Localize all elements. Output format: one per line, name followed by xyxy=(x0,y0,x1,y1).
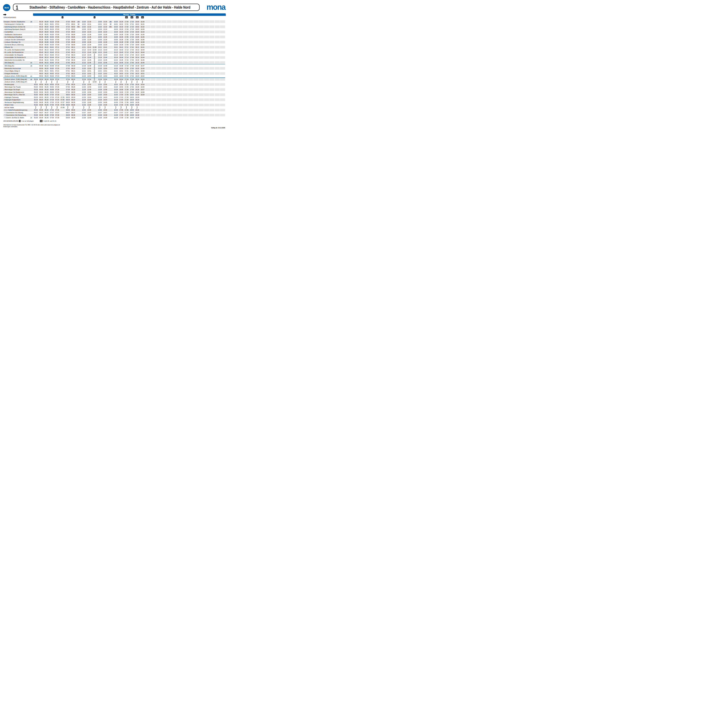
time-cell: 17.02 xyxy=(124,26,129,28)
time-cell xyxy=(210,81,214,83)
time-cell: 18.30 xyxy=(140,20,145,23)
time-cell xyxy=(204,111,209,114)
time-cell xyxy=(177,67,182,70)
time-cell xyxy=(55,106,60,109)
time-cell: 07.15 xyxy=(55,59,60,61)
time-cell: 13.30 xyxy=(98,93,102,96)
time-cell: 17.04 xyxy=(119,98,124,101)
time-cell: 16.29 xyxy=(113,91,118,93)
skip-squiggle-icon xyxy=(83,106,85,109)
time-cell: 14.09 xyxy=(102,116,108,119)
time-cell xyxy=(145,81,150,83)
time-cell: 07.18 xyxy=(55,64,60,67)
time-cell: 07.39 xyxy=(55,116,60,119)
table-row: - Zentrum (ehem. ZUM) (Steig A6)ab05.240… xyxy=(3,78,225,81)
time-cell xyxy=(108,33,113,36)
skip-squiggle-icon xyxy=(51,81,53,83)
time-cell: 05.30 xyxy=(39,20,44,23)
time-cell xyxy=(151,23,156,26)
time-cell xyxy=(188,86,193,89)
time-cell xyxy=(60,86,65,89)
time-cell: 16.44 xyxy=(119,56,124,59)
time-cell: 18.36 xyxy=(135,104,140,106)
time-cell: 17.34 xyxy=(124,98,129,101)
time-cell: 16.38 xyxy=(113,114,118,116)
time-cell: 12.33 xyxy=(81,96,86,99)
time-cell xyxy=(210,111,214,114)
time-cell xyxy=(204,51,209,54)
time-cell: 06.53 xyxy=(49,75,54,77)
time-cell xyxy=(167,116,172,119)
time-cell xyxy=(215,70,220,72)
time-cell xyxy=(151,116,156,119)
time-cell: 12.06 xyxy=(81,38,86,41)
time-cell: 18.26 xyxy=(135,86,140,89)
time-cell: 08.00 xyxy=(65,93,70,96)
time-cell xyxy=(193,116,198,119)
table-row: - Hbf (Steig A1)an05.4606.1606.4607.1607… xyxy=(3,61,225,64)
time-cell: 07.05 xyxy=(55,36,60,38)
time-cell xyxy=(156,26,161,28)
time-cell: 07.23 xyxy=(55,75,60,77)
time-cell xyxy=(210,49,214,51)
time-cell xyxy=(183,28,188,31)
time-cell xyxy=(215,20,220,23)
time-cell xyxy=(215,43,220,46)
time-cell: 08.08 xyxy=(70,41,76,43)
stop-name: - M.-Lochb.-Str./Klosterkirche xyxy=(3,51,33,54)
time-cell xyxy=(210,54,214,56)
time-cell xyxy=(183,96,188,99)
stop-name: - Kolpingstr./Taxisweg xyxy=(3,96,33,99)
time-cell xyxy=(183,43,188,46)
time-cell xyxy=(108,109,113,112)
time-cell xyxy=(193,26,198,28)
time-cell xyxy=(172,104,177,106)
time-cell: 16.35 xyxy=(119,33,124,36)
time-cell xyxy=(193,41,198,43)
time-cell: 18.38 xyxy=(140,41,145,43)
time-cell: 05.32 xyxy=(39,26,44,28)
time-cell: 08.24 xyxy=(70,78,76,81)
time-cell xyxy=(204,43,209,46)
time-cell xyxy=(167,83,172,86)
time-cell xyxy=(188,81,193,83)
time-cell: 16.56 xyxy=(119,86,124,89)
time-cell xyxy=(210,86,214,89)
time-cell: 17.06 xyxy=(119,104,124,106)
time-cell: 17.22 xyxy=(124,72,129,75)
time-cell xyxy=(98,106,102,109)
time-cell: 17.58 xyxy=(130,88,135,91)
time-cell xyxy=(215,54,220,56)
time-cell: 13.16 xyxy=(98,61,102,64)
time-cell xyxy=(215,67,220,70)
time-cell: 07.08 xyxy=(49,114,54,116)
time-cell xyxy=(193,98,198,101)
time-cell xyxy=(183,61,188,64)
time-cell: 13.39 xyxy=(102,43,108,46)
skip-squiggle-icon xyxy=(93,72,95,75)
time-cell: 13.50 xyxy=(102,67,108,70)
time-cell: 17.45 xyxy=(130,59,135,61)
time-cell xyxy=(220,20,225,23)
time-cell xyxy=(199,72,204,75)
time-cell xyxy=(167,43,172,46)
time-cell xyxy=(161,61,166,64)
time-cell: 12.03 xyxy=(81,28,86,31)
time-cell: 06.08 xyxy=(44,41,49,43)
time-cell xyxy=(156,88,161,91)
time-cell xyxy=(55,81,60,83)
time-cell xyxy=(172,33,177,36)
time-cell: 12.54 xyxy=(87,78,92,81)
time-cell xyxy=(220,61,225,64)
time-cell xyxy=(60,81,65,83)
skip-squiggle-icon xyxy=(93,67,95,70)
skip-squiggle-icon xyxy=(89,106,90,109)
time-cell: 13.43 xyxy=(102,51,108,54)
time-cell: 13.36 xyxy=(98,109,102,112)
time-cell: 12.50 xyxy=(92,49,97,51)
time-cell xyxy=(151,33,156,36)
time-cell: 06.24 xyxy=(44,78,49,81)
time-cell: 17.23 xyxy=(124,75,129,77)
time-cell xyxy=(220,81,225,83)
time-cell: 17.44 xyxy=(130,54,135,56)
